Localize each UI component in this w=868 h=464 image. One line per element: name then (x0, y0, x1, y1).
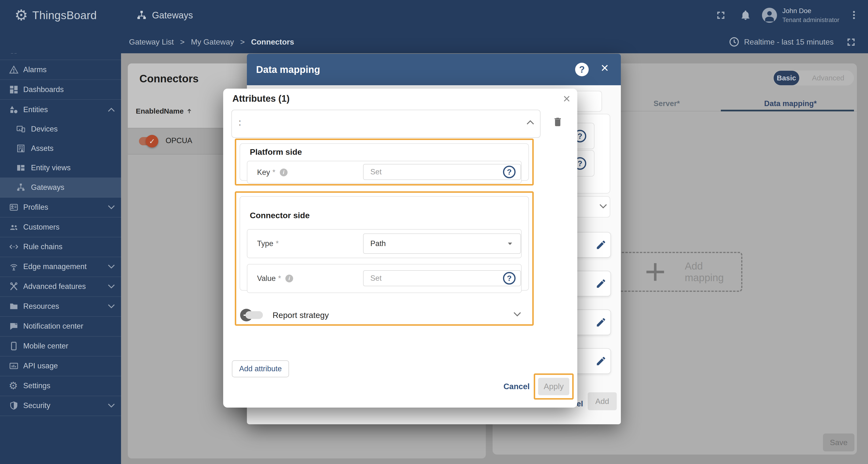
edit-pencil-icon[interactable] (595, 239, 607, 251)
sidebar-item-alarms[interactable]: Alarms (0, 60, 121, 80)
attribute-accordion-header[interactable]: : (231, 110, 540, 138)
chevron-down-icon (513, 312, 522, 317)
type-select[interactable]: Path (363, 233, 521, 254)
timewindow-label: Realtime - last 15 minutes (744, 37, 834, 47)
save-button[interactable]: Save (823, 434, 855, 452)
tab-data-mapping[interactable]: Data mapping* (764, 99, 817, 108)
dashboards-icon (9, 85, 19, 95)
info-icon[interactable]: i (280, 169, 287, 176)
dialog-close-icon[interactable]: × (562, 92, 572, 105)
mode-basic-button[interactable]: Basic (774, 71, 799, 85)
platform-side-highlight: Platform side Key* i ? (235, 139, 534, 185)
chevron-down-icon (107, 304, 116, 309)
connectors-title: Connectors (140, 72, 198, 85)
value-field-row: Value* i ? (247, 264, 522, 293)
alarms-icon (9, 65, 19, 75)
chevron-down-icon (107, 205, 116, 210)
modal-help-icon[interactable]: ? (575, 63, 589, 76)
sidebar-item-settings[interactable]: ⚙ Settings (0, 376, 121, 396)
edit-pencil-icon[interactable] (595, 317, 607, 328)
fullscreen-icon[interactable] (715, 10, 726, 21)
report-strategy-row[interactable]: Report strategy (236, 307, 532, 323)
sidebar-item-devices[interactable]: Devices (0, 119, 121, 139)
mode-advanced-button[interactable]: Advanced (812, 70, 844, 86)
info-icon[interactable]: i (285, 274, 293, 282)
api-usage-icon (9, 361, 19, 371)
report-strategy-label: Report strategy (273, 311, 329, 320)
apply-button-highlight: Apply (534, 373, 574, 400)
key-input[interactable] (363, 164, 521, 180)
mobile-center-icon (9, 341, 19, 351)
chevron-down-icon (107, 284, 116, 289)
user-info[interactable]: John Doe Tenant administrator (782, 0, 839, 30)
add-attribute-button[interactable]: Add attribute (232, 360, 289, 377)
rule-chains-icon (9, 242, 19, 252)
sidebar-item-advanced-features[interactable]: Advanced features (0, 277, 121, 296)
sidebar-item-dashboards[interactable]: Dashboards (0, 80, 121, 99)
chevron-down-icon (107, 403, 116, 408)
sidebar-item-edge-management[interactable]: Edge management (0, 257, 121, 277)
dialog-cancel-button[interactable]: Cancel (502, 382, 531, 392)
gateways-lan-icon (136, 10, 147, 21)
chevron-down-icon (107, 264, 116, 269)
sidebar-item-notification-center[interactable]: Notification center (0, 316, 121, 336)
logo-text: ThingsBoard (32, 9, 97, 22)
edit-pencil-icon[interactable] (595, 355, 607, 367)
apply-button[interactable]: Apply (538, 378, 569, 395)
sidebar-item-entities[interactable]: Entities (0, 100, 121, 120)
thingsboard-logo[interactable]: ⚙ ThingsBoard (14, 0, 97, 30)
security-shield-icon (9, 401, 19, 411)
profiles-icon (9, 202, 19, 212)
value-help-icon[interactable]: ? (503, 272, 516, 285)
assets-icon (16, 144, 27, 153)
user-role: Tenant administrator (782, 16, 839, 24)
customers-icon (9, 222, 19, 232)
add-mapping-label: Add mapping (685, 260, 741, 284)
modal-close-icon[interactable]: × (601, 61, 609, 75)
sidebar-item-rule-chains[interactable]: Rule chains (0, 237, 121, 257)
chevron-up-icon (526, 119, 535, 125)
sidebar-item-profiles[interactable]: Profiles (0, 197, 121, 217)
connector-side-heading: Connector side (250, 211, 310, 220)
tab-server[interactable]: Server* (654, 99, 680, 108)
sidebar-item-customers[interactable]: Customers (0, 217, 121, 237)
key-field-row: Key* i ? (247, 161, 522, 183)
modal-add-button[interactable]: Add (588, 392, 617, 410)
sidebar-item-gateways[interactable]: Gateways (0, 177, 121, 197)
entities-icon (9, 105, 19, 115)
active-tab-underline (721, 110, 854, 111)
value-input[interactable] (363, 270, 521, 286)
connector-enabled-toggle[interactable]: ✓ (139, 136, 158, 146)
timewindow[interactable]: Realtime - last 15 minutes (728, 30, 834, 53)
mode-toggle: Basic Advanced (773, 70, 854, 86)
sidebar-item-assets[interactable]: Assets (0, 139, 121, 158)
breadcrumb-my-gateway[interactable]: My Gateway (191, 37, 234, 47)
dropdown-caret-icon (507, 241, 513, 246)
column-header-name[interactable]: Name (164, 107, 193, 115)
modal-title: Data mapping (256, 64, 320, 75)
edit-pencil-icon[interactable] (595, 278, 607, 289)
settings-gear-icon: ⚙ (9, 381, 19, 391)
more-menu-icon[interactable] (849, 9, 859, 21)
check-icon: ✓ (149, 137, 155, 146)
breadcrumb: Gateway List > My Gateway > Connectors (129, 30, 294, 53)
resources-folder-icon (9, 301, 19, 312)
sidebar-item-api-usage[interactable]: API usage (0, 356, 121, 376)
type-label: Type* (257, 239, 279, 248)
modal-header: Data mapping ? × (247, 54, 621, 85)
sidebar-item-security[interactable]: Security (0, 396, 121, 415)
attributes-dialog: Attributes (1) × : Platform side Key* i … (223, 89, 577, 408)
edge-management-icon (9, 262, 19, 272)
key-help-icon[interactable]: ? (503, 166, 516, 178)
thingsboard-app: ⚙ ThingsBoard Gateways John Doe Tenant a… (0, 0, 868, 464)
sidebar-item-entity-views[interactable]: Entity views (0, 158, 121, 178)
notifications-bell-icon[interactable] (740, 9, 751, 21)
logo-gear-icon: ⚙ (14, 8, 28, 23)
dashboard-fullscreen-icon[interactable] (846, 37, 857, 48)
topbar: ⚙ ThingsBoard Gateways John Doe Tenant a… (0, 0, 868, 30)
avatar[interactable] (762, 8, 777, 23)
delete-attribute-icon[interactable] (551, 116, 565, 128)
sidebar-item-resources[interactable]: Resources (0, 296, 121, 316)
breadcrumb-gateway-list[interactable]: Gateway List (129, 37, 174, 47)
sidebar-item-mobile-center[interactable]: Mobile center (0, 336, 121, 356)
